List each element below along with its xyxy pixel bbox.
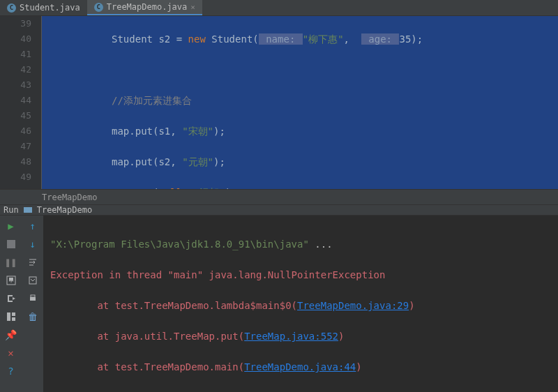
code-text: map.put(s1, xyxy=(112,126,182,137)
line-number: 42 xyxy=(0,62,31,77)
line-number: 41 xyxy=(0,47,31,62)
code-text: Student s2 = xyxy=(112,33,188,45)
breadcrumb[interactable]: TreeMapDemo xyxy=(0,189,558,204)
console-error: ) xyxy=(356,361,361,372)
string: "元朝" xyxy=(182,156,213,167)
pause-button[interactable]: ❚❚ xyxy=(5,256,17,269)
run-config-name: TreeMapDemo xyxy=(37,205,92,215)
svg-rect-1 xyxy=(7,240,15,248)
help-button[interactable]: ? xyxy=(5,365,17,377)
run-label: Run xyxy=(3,205,19,215)
line-number: 43 xyxy=(0,77,31,93)
print-button[interactable] xyxy=(27,292,39,305)
svg-rect-6 xyxy=(29,277,36,284)
console-error: at test.TreeMapDemo.main( xyxy=(50,361,244,372)
editor-tabs: C Student.java C TreeMapDemo.java × xyxy=(0,0,558,16)
run-config-icon xyxy=(23,205,33,215)
console-output[interactable]: "X:\Program Files\Java\jdk1.8.0_91\bin\j… xyxy=(43,216,558,392)
console-error: ) xyxy=(409,300,414,311)
pin-button[interactable]: 📌 xyxy=(5,329,17,341)
code-text: ); xyxy=(213,126,225,137)
tab-treemapdemo[interactable]: C TreeMapDemo.java × xyxy=(87,0,202,15)
comment: //添加元素进集合 xyxy=(112,95,192,106)
console-error: at java.util.TreeMap.put( xyxy=(50,331,244,342)
svg-rect-4 xyxy=(12,312,15,316)
line-number: 49 xyxy=(0,169,31,185)
string: "宋朝" xyxy=(182,126,213,137)
close-button[interactable]: ✕ xyxy=(5,347,17,359)
svg-rect-0 xyxy=(24,207,32,213)
code-text: , xyxy=(344,33,361,45)
svg-rect-5 xyxy=(12,317,15,321)
exit-button[interactable] xyxy=(5,292,17,305)
run-gutter: ▶ ❚❚ 📌 ✕ ? ↑ ↓ 🗑 xyxy=(0,216,43,392)
up-trace-button[interactable]: ↑ xyxy=(27,220,39,232)
line-number: 39 xyxy=(0,16,31,31)
param-hint: age: xyxy=(361,33,400,45)
line-number: 44 xyxy=(0,93,31,108)
tab-label: TreeMapDemo.java xyxy=(107,2,188,12)
line-number: 40 xyxy=(0,31,31,47)
svg-rect-7 xyxy=(30,297,36,301)
svg-rect-8 xyxy=(31,295,35,297)
keyword: new xyxy=(188,33,206,45)
console-error: Exception in thread "main" java.lang.Nul… xyxy=(50,267,551,282)
close-icon[interactable]: × xyxy=(190,3,195,12)
console-error: at test.TreeMapDemo.lambda$main$0( xyxy=(50,300,297,311)
tab-student[interactable]: C Student.java xyxy=(0,0,87,15)
rerun-button[interactable]: ▶ xyxy=(5,220,17,232)
code-text: ); xyxy=(213,156,225,167)
run-panel: ▶ ❚❚ 📌 ✕ ? ↑ ↓ 🗑 "X:\Program Files\Java\… xyxy=(0,216,558,392)
stack-link[interactable]: TreeMapDemo.java:44 xyxy=(244,361,356,372)
line-number: 48 xyxy=(0,154,31,169)
line-gutter: 39 40 41 42 43 44 45 46 47 48 49 xyxy=(0,16,42,189)
layout-button[interactable] xyxy=(5,310,17,323)
stack-link[interactable]: TreeMapDemo.java:29 xyxy=(297,300,409,311)
line-number: 46 xyxy=(0,123,31,139)
dump-button[interactable] xyxy=(5,274,17,287)
param-hint: name: xyxy=(259,33,303,45)
stack-link[interactable]: TreeMap.java:552 xyxy=(244,331,338,342)
code-text: 35); xyxy=(399,33,423,45)
class-icon: C xyxy=(7,3,16,13)
console-line: "X:\Program Files\Java\jdk1.8.0_91\bin\j… xyxy=(50,239,309,250)
scroll-end-button[interactable] xyxy=(27,274,39,287)
editor: 39 40 41 42 43 44 45 46 47 48 49 Student… xyxy=(0,16,558,189)
run-toolwindow-header: Run TreeMapDemo xyxy=(0,204,558,216)
line-number: 47 xyxy=(0,139,31,154)
line-number: 45 xyxy=(0,108,31,123)
class-icon: C xyxy=(94,3,103,12)
console-error: ) xyxy=(338,331,344,342)
code-body[interactable]: Student s2 = new Student( name: "柳下惠", a… xyxy=(42,16,558,189)
code-text: Student( xyxy=(206,33,259,45)
stop-button[interactable] xyxy=(5,238,17,250)
string: "柳下惠" xyxy=(303,33,344,45)
wrap-button[interactable] xyxy=(27,256,39,269)
console-line: ... xyxy=(309,239,333,250)
down-trace-button[interactable]: ↓ xyxy=(27,238,39,250)
code-text: map.put(s2, xyxy=(112,156,182,167)
tab-label: Student.java xyxy=(20,3,80,13)
clear-button[interactable]: 🗑 xyxy=(27,310,39,323)
svg-rect-3 xyxy=(7,312,10,321)
